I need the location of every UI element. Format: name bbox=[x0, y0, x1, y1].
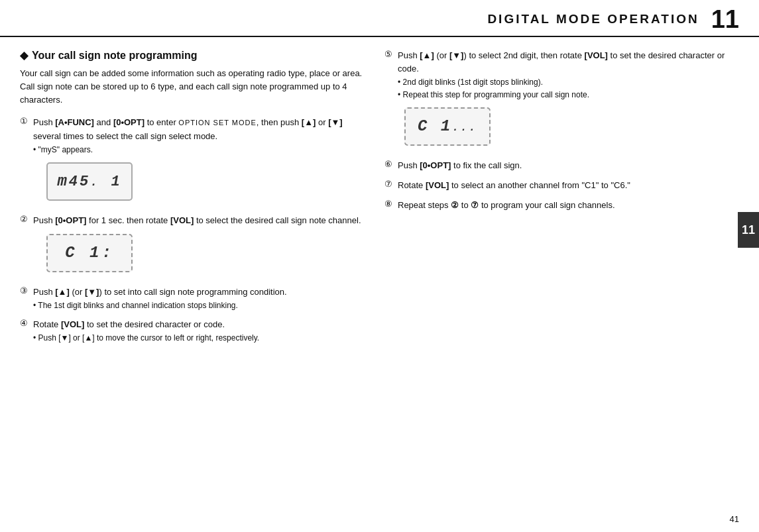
step5-key2: [▼] bbox=[449, 50, 464, 60]
step3-key2: [▼] bbox=[85, 287, 99, 297]
step-4-content: Rotate [VOL] to set the desired characte… bbox=[33, 318, 365, 344]
step-2-content: Push [0•OPT] for 1 sec. then rotate [VOL… bbox=[33, 214, 365, 279]
step1-mode: OPTION SET MODE bbox=[178, 119, 256, 127]
step-4: ④ Rotate [VOL] to set the desired charac… bbox=[20, 318, 365, 344]
step-1-label: ① bbox=[20, 116, 30, 126]
section-title: Your call sign note programming bbox=[32, 50, 198, 62]
lcd-display-1: m45. 1 bbox=[46, 162, 133, 201]
lcd-text-3: C 1... bbox=[418, 114, 477, 138]
page-header: DIGITAL MODE OPERATION 11 bbox=[0, 0, 759, 37]
step-5: ⑤ Push [▲] (or [▼]) to select 2nd digit,… bbox=[384, 49, 729, 152]
step7-key1: [VOL] bbox=[426, 180, 449, 190]
step-6: ⑥ Push [0•OPT] to fix the call sign. bbox=[384, 159, 729, 172]
step-7: ⑦ Rotate [VOL] to select an another chan… bbox=[384, 179, 729, 192]
step-8-content: Repeat steps ② to ⑦ to program your call… bbox=[398, 199, 729, 212]
main-content: ◆ Your call sign note programming Your c… bbox=[0, 37, 759, 357]
step8-ref1: ② bbox=[451, 200, 459, 210]
step6-key1: [0•OPT] bbox=[420, 160, 451, 170]
step-2: ② Push [0•OPT] for 1 sec. then rotate [V… bbox=[20, 214, 365, 279]
step2-key1: [0•OPT] bbox=[55, 215, 86, 225]
step-3-content: Push [▲] (or [▼]) to set into call sign … bbox=[33, 286, 365, 311]
step-4-note: Push [▼] or [▲] to move the cursor to le… bbox=[33, 333, 365, 344]
step-4-label: ④ bbox=[20, 318, 30, 328]
step2-key2: [VOL] bbox=[170, 215, 194, 225]
step3-key1: [▲] bbox=[55, 287, 70, 297]
step4-key1: [VOL] bbox=[61, 319, 84, 329]
step-1: ① Push [A•FUNC] and [0•OPT] to enter OPT… bbox=[20, 116, 365, 207]
step-6-content: Push [0•OPT] to fix the call sign. bbox=[398, 159, 729, 172]
step-8: ⑧ Repeat steps ② to ⑦ to program your ca… bbox=[384, 199, 729, 212]
step-5-label: ⑤ bbox=[384, 49, 395, 59]
lcd-display-2: C 1: bbox=[46, 234, 133, 272]
lcd-text-1: m45. 1 bbox=[57, 169, 121, 193]
right-column: ⑤ Push [▲] (or [▼]) to select 2nd digit,… bbox=[384, 49, 729, 350]
section-intro: Your call sign can be added some informa… bbox=[20, 67, 365, 107]
step-3-note: The 1st digit blinks and channel indicat… bbox=[33, 300, 365, 311]
step-7-label: ⑦ bbox=[384, 179, 395, 189]
step-1-note: "myS" appears. bbox=[33, 144, 365, 156]
step-3-label: ③ bbox=[20, 286, 30, 295]
step5-key1: [▲] bbox=[420, 50, 434, 60]
step-5-note1: 2nd digit blinks (1st digit stops blinki… bbox=[398, 77, 729, 88]
step8-ref2: ⑦ bbox=[471, 200, 479, 210]
step5-key3: [VOL] bbox=[585, 50, 608, 60]
step-5-note2: Repeat this step for programming your ca… bbox=[398, 89, 729, 101]
step-5-content: Push [▲] (or [▼]) to select 2nd digit, t… bbox=[398, 49, 729, 152]
step1-key2: [0•OPT] bbox=[113, 117, 145, 127]
left-column: ◆ Your call sign note programming Your c… bbox=[20, 49, 365, 350]
header-number: 11 bbox=[711, 7, 739, 32]
step-3: ③ Push [▲] (or [▼]) to set into call sig… bbox=[20, 286, 365, 311]
step1-key3: [▲] bbox=[302, 117, 316, 127]
step1-key1: [A•FUNC] bbox=[55, 117, 94, 127]
diamond-icon: ◆ bbox=[20, 49, 28, 62]
header-title: DIGITAL MODE OPERATION bbox=[487, 12, 699, 27]
lcd-display-3: C 1... bbox=[404, 107, 491, 146]
step-2-label: ② bbox=[20, 214, 30, 224]
step-8-label: ⑧ bbox=[384, 199, 395, 209]
side-tab: 11 bbox=[738, 212, 759, 248]
step-1-content: Push [A•FUNC] and [0•OPT] to enter OPTIO… bbox=[33, 116, 365, 207]
step-7-content: Rotate [VOL] to select an another channe… bbox=[398, 179, 729, 192]
step1-key4: [▼] bbox=[328, 117, 343, 127]
page-number: 41 bbox=[730, 514, 739, 524]
section-heading: ◆ Your call sign note programming bbox=[20, 49, 365, 62]
lcd-text-2: C 1: bbox=[65, 240, 114, 265]
step-6-label: ⑥ bbox=[384, 159, 395, 169]
